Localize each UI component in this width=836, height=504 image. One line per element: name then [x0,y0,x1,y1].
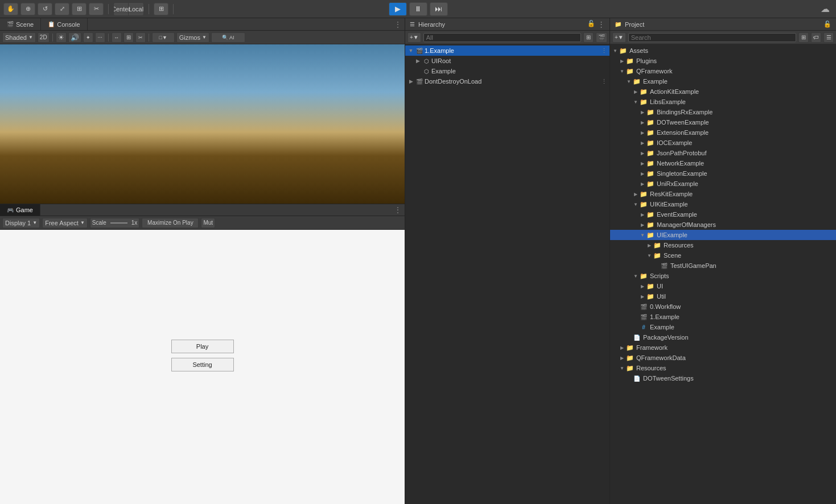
file-dotweensettings[interactable]: 📄 DOTweenSettings [610,373,836,383]
folder-jsonpath[interactable]: ▶ 📁 JsonPathProtobuf [610,148,836,158]
folder-assets[interactable]: ▼ 📁 Assets [610,46,836,56]
game-tab-menu[interactable]: ⋮ [391,204,405,216]
event-arrow: ▶ [640,212,645,217]
file-example-cs[interactable]: # Example [610,322,836,332]
dontdestroy-more[interactable]: ⋮ [601,78,607,85]
folder-uikit[interactable]: ▼ 📁 UIKitExample [610,199,836,209]
hierarchy-lock-icon[interactable]: 🔓 [587,20,595,28]
example-label: Example [431,68,456,75]
folder-actionkit[interactable]: ▶ 📁 ActionKitExample [610,86,836,97]
play-game-btn[interactable]: Play [171,340,234,353]
local-btn[interactable]: Local [129,3,143,15]
rotate-tool-btn[interactable]: ↺ [38,3,52,15]
example1-proj-icon: 🎬 [640,314,648,320]
cloud-btn[interactable]: ☁ [818,3,833,15]
project-search[interactable] [628,33,796,42]
folder-event[interactable]: ▶ 📁 EventExample [610,209,836,220]
folder-libsexample[interactable]: ▼ 📁 LibsExample [610,97,836,107]
hierarchy-filter-btn[interactable]: ⊞ [583,32,594,43]
file-packageversion[interactable]: 📄 PackageVersion [610,332,836,342]
folder-singleton[interactable]: ▶ 📁 SingletonExample [610,168,836,179]
tree-item-example[interactable]: ⬡ Example [412,66,610,76]
folder-uiexample[interactable]: ▼ 📁 UIExample [610,230,836,240]
dotweensettings-label: DOTweenSettings [643,375,694,382]
tree-item-dontdestroy[interactable]: ▶ 🎬 DontDestroyOnLoad ⋮ [405,76,610,86]
folder-resources-ui[interactable]: ▶ 📁 Resources [610,240,836,250]
scene-edit-btn[interactable]: ✂ [135,32,146,43]
move-btn[interactable]: ↔ [112,32,122,43]
project-lock-icon[interactable]: 🔓 [823,20,831,28]
folder-extension[interactable]: ▶ 📁 ExtensionExample [610,127,836,138]
resources-root-arrow: ▼ [619,366,625,371]
fx-btn[interactable]: ✦ [83,32,93,43]
file-workflow[interactable]: 🎬 0.Workflow [610,301,836,312]
play-controls: ▶ ⏸ ⏭ [388,2,449,16]
tab-game[interactable]: 🎮 Game [0,204,40,216]
folder-reskit[interactable]: ▶ 📁 ResKitExample [610,189,836,199]
step-button[interactable]: ⏭ [430,2,448,16]
project-filter3-btn[interactable]: ☰ [823,32,834,43]
resources-root-icon: 📁 [626,365,634,372]
example1-more[interactable]: ⋮ [601,47,607,54]
scene-more-btn[interactable]: ··· [95,32,105,43]
folder-dotween[interactable]: ▶ 📁 DOTweenExample [610,117,836,127]
scale-control[interactable]: Scale 1x [90,218,140,228]
extension-icon: 📁 [646,129,654,137]
transform-tool-btn[interactable]: ✂ [89,3,104,15]
center-btn[interactable]: Center [114,3,129,15]
pause-button[interactable]: ⏸ [409,2,427,16]
folder-managers[interactable]: ▶ 📁 ManagerOfManagers [610,220,836,230]
tab-scene[interactable]: 🎬 Scene [0,18,41,30]
folder-scene[interactable]: ▼ 📁 Scene [610,250,836,261]
rect-tool-btn[interactable]: ⊞ [72,3,87,15]
maximize-on-play-btn[interactable]: Maximize On Play [142,218,199,228]
folder-unirx[interactable]: ▶ 📁 UniRxExample [610,179,836,189]
managers-arrow: ▶ [640,222,645,228]
twod-btn[interactable]: 2D [38,32,50,43]
display-dropdown-game[interactable]: Display 1 ▼ [2,218,40,228]
folder-plugins[interactable]: ▶ 📁 Plugins [610,56,836,66]
folder-bindingsrx[interactable]: ▶ 📁 BindingsRxExample [610,107,836,117]
scale-tool-btn[interactable]: ⤢ [55,3,69,15]
folder-network[interactable]: ▶ 📁 NetworkExample [610,158,836,168]
folder-ui[interactable]: ▶ 📁 UI [610,281,836,291]
display-dropdown[interactable]: □▼ [152,32,175,43]
shaded-dropdown[interactable]: Shaded ▼ [2,32,36,43]
bindingsrx-icon: 📁 [646,109,654,116]
folder-qframework[interactable]: ▼ 📁 QFramework [610,66,836,76]
folder-example-qf[interactable]: ▼ 📁 Example [610,76,836,86]
folder-scripts[interactable]: ▼ 📁 Scripts [610,271,836,281]
file-example1-proj[interactable]: 🎬 1.Example [610,312,836,322]
folder-ioc[interactable]: ▶ 📁 IOCExample [610,138,836,148]
search-scene-btn[interactable]: 🔍 AI [211,32,245,43]
gizmos-dropdown[interactable]: Gizmos ▼ [176,32,209,43]
hierarchy-add-btn[interactable]: +▼ [407,32,421,43]
scene-tab-menu[interactable]: ⋮ [391,18,405,30]
audio-btn[interactable]: 🔊 [68,32,81,43]
move-tool-btn[interactable]: ⊕ [20,3,35,15]
hierarchy-search[interactable] [423,33,581,42]
project-filter1-btn[interactable]: ⊞ [798,32,809,43]
setting-game-btn[interactable]: Setting [171,358,234,371]
hierarchy-more-icon[interactable]: ⋮ [598,20,605,28]
plugins-icon: 📁 [626,57,634,65]
folder-framework[interactable]: ▶ 📁 Framework [610,342,836,353]
light-btn[interactable]: ☀ [56,32,67,43]
tab-console[interactable]: 📋 Console [41,18,87,30]
file-testuigamepan[interactable]: 🎬 TestUIGamePan [610,261,836,271]
mute-btn[interactable]: Mut [201,218,215,228]
aspect-dropdown[interactable]: Free Aspect ▼ [42,218,88,228]
cloud-area: ☁ [818,3,833,15]
play-button[interactable]: ▶ [389,2,407,16]
folder-util[interactable]: ▶ 📁 Util [610,291,836,301]
project-add-btn[interactable]: +▼ [612,32,626,43]
scene-grid-btn[interactable]: ⊞ [123,32,134,43]
tree-item-uiroot[interactable]: ▶ ⬡ UIRoot [412,56,610,66]
folder-qframeworkdata[interactable]: ▶ 📁 QFrameworkData [610,353,836,363]
tree-item-example1[interactable]: ▼ 🎬 1.Example ⋮ [405,46,610,56]
grid-btn[interactable]: ⊞ [154,3,168,15]
folder-resources-root[interactable]: ▼ 📁 Resources [610,363,836,373]
project-filter2-btn[interactable]: 🏷 [811,32,821,43]
hierarchy-scene-filter-btn[interactable]: 🎬 [596,32,607,43]
hand-tool-btn[interactable]: ✋ [3,3,18,15]
